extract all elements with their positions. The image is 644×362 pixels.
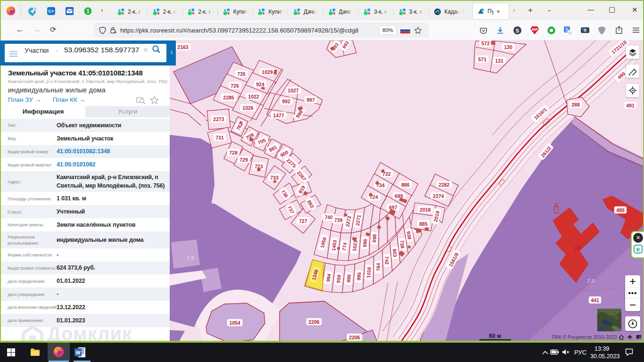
- svg-text:7.3: 7.3: [587, 278, 594, 284]
- svg-text:2285: 2285: [223, 95, 234, 100]
- svg-text:728: 728: [229, 150, 238, 156]
- svg-text:995: 995: [355, 272, 362, 281]
- svg-text:727: 727: [299, 218, 307, 224]
- svg-text:924: 924: [256, 82, 264, 87]
- svg-text:726: 726: [231, 83, 239, 89]
- svg-text:774: 774: [341, 242, 348, 251]
- svg-text:S: S: [516, 28, 519, 33]
- svg-text:886: 886: [401, 182, 410, 188]
- svg-text:60 м: 60 м: [489, 333, 501, 339]
- svg-text:1016: 1016: [365, 267, 372, 278]
- svg-text:1027: 1027: [288, 88, 299, 93]
- svg-text:1029: 1029: [262, 69, 273, 75]
- svg-text:764: 764: [375, 263, 381, 271]
- svg-text:996: 996: [346, 274, 352, 283]
- svg-text:731: 731: [215, 135, 224, 140]
- svg-text:441: 441: [591, 297, 599, 303]
- svg-text:735: 735: [237, 71, 246, 77]
- svg-text:2018: 2018: [420, 207, 431, 213]
- svg-text:1054: 1054: [229, 320, 240, 326]
- svg-text:698: 698: [371, 234, 377, 242]
- svg-text:130: 130: [504, 44, 512, 50]
- svg-text:696: 696: [362, 239, 368, 247]
- svg-text:738: 738: [399, 240, 405, 249]
- svg-text:903: 903: [392, 248, 398, 257]
- svg-text:1023: 1023: [351, 240, 358, 252]
- svg-text:495: 495: [616, 207, 625, 213]
- svg-text:885: 885: [419, 221, 428, 227]
- svg-text:571: 571: [478, 57, 487, 62]
- svg-text:2206: 2206: [308, 319, 320, 325]
- svg-text:2274: 2274: [433, 193, 444, 199]
- svg-text:491: 491: [626, 103, 635, 108]
- svg-text:ПКК © Росреестр 2010-2023: ПКК © Росреестр 2010-2023: [552, 334, 617, 340]
- svg-text:7.8: 7.8: [187, 255, 194, 261]
- svg-text:C+: C+: [49, 9, 54, 14]
- svg-text:131: 131: [495, 58, 504, 64]
- svg-text:992: 992: [282, 99, 290, 104]
- svg-text:2163: 2163: [177, 44, 189, 50]
- svg-text:W: W: [75, 350, 81, 355]
- svg-text:288: 288: [571, 102, 580, 107]
- svg-text:1022: 1022: [248, 94, 259, 99]
- svg-text:733: 733: [270, 175, 279, 181]
- svg-text:327: 327: [573, 245, 583, 251]
- svg-text:740: 740: [325, 214, 333, 220]
- svg-text:997: 997: [306, 97, 315, 103]
- svg-text:1: 1: [87, 8, 90, 14]
- svg-text:2282: 2282: [438, 182, 450, 188]
- svg-text:1477: 1477: [273, 113, 284, 118]
- svg-text:2273: 2273: [213, 116, 224, 122]
- svg-text:959: 959: [335, 274, 342, 283]
- svg-text:729: 729: [239, 157, 248, 163]
- svg-text:ABP: ABP: [531, 28, 538, 31]
- svg-text:G: G: [568, 31, 571, 35]
- svg-text:742: 742: [384, 256, 390, 265]
- svg-text:739: 739: [334, 217, 343, 223]
- svg-text:2206: 2206: [349, 335, 360, 340]
- svg-text:1026: 1026: [242, 105, 254, 111]
- svg-text:699: 699: [395, 193, 403, 199]
- svg-text:572: 572: [481, 41, 490, 46]
- svg-text:994: 994: [325, 273, 331, 282]
